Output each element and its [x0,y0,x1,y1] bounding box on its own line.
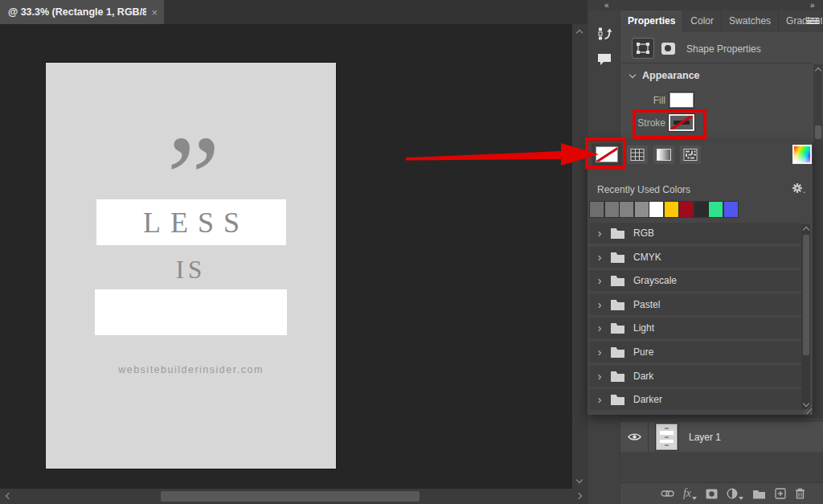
color-picker-swatch[interactable] [794,146,810,162]
color-groups-list: ›RGB›CMYK›Grayscale›Pastel›Light›Pure›Da… [589,223,801,413]
color-group-row[interactable]: ›Light [589,318,801,338]
expand-panels-icon[interactable]: » [810,1,814,10]
collapse-panels-icon[interactable]: « [604,1,608,10]
link-layers-icon[interactable] [661,490,674,498]
color-group-row[interactable]: ›RGB [589,223,801,244]
folder-icon [610,227,625,239]
gear-menu-dot: . [803,186,805,194]
recent-color-swatch[interactable] [649,202,663,217]
folder-icon [610,346,625,358]
folder-icon [610,299,625,310]
layer-row[interactable]: Layer 1 [620,422,823,452]
fill-color-swatch[interactable] [670,93,693,107]
recently-used-colors-label: Recently Used Colors [597,184,690,195]
layer-thumbnail-preview [657,424,677,449]
version-history-icon[interactable] [593,23,616,44]
color-group-label: Pastel [633,299,660,310]
color-group-label: CMYK [633,252,661,263]
poster-document[interactable]: ” LESS IS websitebuilderinsider.com [46,63,336,469]
tab-properties[interactable]: Properties [620,10,682,32]
tab-color[interactable]: Color [683,10,721,32]
layer-visibility-toggle[interactable] [620,432,648,441]
new-group-icon[interactable] [752,489,766,499]
recent-color-swatch[interactable] [694,202,708,217]
white-band-less: LESS [96,199,286,245]
recent-colors-row [590,202,738,217]
vertical-scrollbar[interactable] [572,24,588,489]
recent-color-swatch[interactable] [724,202,738,217]
horizontal-scrollbar[interactable] [0,489,588,504]
watermark-text: websitebuilderinsider.com [46,364,336,375]
scroll-left-icon[interactable] [6,493,12,499]
mask-icon [661,43,675,55]
popup-scrollbar[interactable] [801,224,810,409]
new-layer-icon[interactable] [775,488,786,499]
appearance-section-header[interactable]: Appearance [630,70,700,81]
horizontal-scroll-thumb[interactable] [161,491,420,502]
recent-color-swatch[interactable] [605,202,619,217]
scroll-up-icon[interactable] [576,30,583,36]
folder-icon [610,371,625,382]
properties-scrollbar[interactable] [813,64,822,141]
fill-label: Fill [620,95,665,106]
scroll-right-icon[interactable] [575,493,582,499]
color-group-row[interactable]: ›Pure [589,342,801,363]
recent-color-swatch[interactable] [620,202,633,217]
tab-swatches[interactable]: Swatches [722,10,778,32]
add-layer-mask-icon[interactable] [706,489,718,499]
color-group-row[interactable]: ›Darker [589,389,801,410]
chevron-right-icon[interactable]: › [589,294,610,315]
recent-color-swatch[interactable] [665,202,678,217]
annotation-arrow [406,141,600,170]
panel-menu-icon[interactable] [807,18,819,26]
recent-color-swatch[interactable] [635,202,649,217]
panel-tab-bar: Properties Color Swatches Gradients [620,10,823,32]
recent-color-swatch[interactable] [709,202,723,217]
canvas-area[interactable]: ” LESS IS websitebuilderinsider.com [0,24,572,504]
chevron-right-icon[interactable]: › [589,389,610,410]
gear-icon [792,182,803,194]
chevron-right-icon[interactable]: › [589,318,610,338]
mask-properties-button[interactable] [657,39,678,58]
adjustment-layer-icon[interactable] [727,488,743,499]
color-group-label: Dark [633,371,653,382]
solid-color-grid-button[interactable] [627,145,648,164]
scroll-down-icon[interactable] [576,477,583,483]
color-group-row[interactable]: ›CMYK [589,247,801,268]
scroll-up-icon[interactable] [802,227,809,233]
recent-color-swatch[interactable] [590,202,604,217]
scroll-thumb[interactable] [803,235,809,355]
chevron-right-icon[interactable]: › [589,247,610,268]
chevron-right-icon[interactable]: › [589,366,610,387]
pattern-button[interactable] [680,145,701,164]
delete-layer-icon[interactable] [795,488,805,499]
folder-icon [610,322,625,334]
less-text: LESS [133,206,249,240]
document-tab-title: @ 33.3% (Rectangle 1, RGB/8#) * [8,6,146,18]
separator [622,63,813,64]
document-tab[interactable]: @ 33.3% (Rectangle 1, RGB/8#) * × [0,0,164,24]
comments-icon[interactable] [593,49,616,70]
recent-color-swatch[interactable] [679,202,693,217]
shape-properties-label: Shape Properties [686,43,761,55]
color-group-row[interactable]: ›Pastel [589,294,801,315]
color-group-row[interactable]: ›Dark [589,366,801,387]
scroll-up-icon[interactable] [814,68,821,74]
is-text: IS [46,256,336,285]
layer-effects-icon[interactable]: fx [683,488,697,499]
scroll-down-icon[interactable] [802,400,809,407]
scroll-thumb[interactable] [815,125,821,139]
color-group-label: Pure [633,346,653,358]
chevron-right-icon[interactable]: › [589,342,610,363]
swatch-settings[interactable]: . [792,182,805,194]
layer-name[interactable]: Layer 1 [689,432,721,443]
chevron-right-icon[interactable]: › [589,223,610,244]
layer-thumbnail[interactable] [649,424,684,449]
transform-properties-button[interactable] [633,39,653,58]
color-group-label: Grayscale [633,275,677,286]
chevron-right-icon[interactable]: › [589,270,610,291]
color-group-row[interactable]: ›Grayscale [589,270,801,291]
white-band-selected[interactable] [95,289,287,335]
close-icon[interactable]: × [146,6,158,18]
gradient-button[interactable] [653,145,674,164]
